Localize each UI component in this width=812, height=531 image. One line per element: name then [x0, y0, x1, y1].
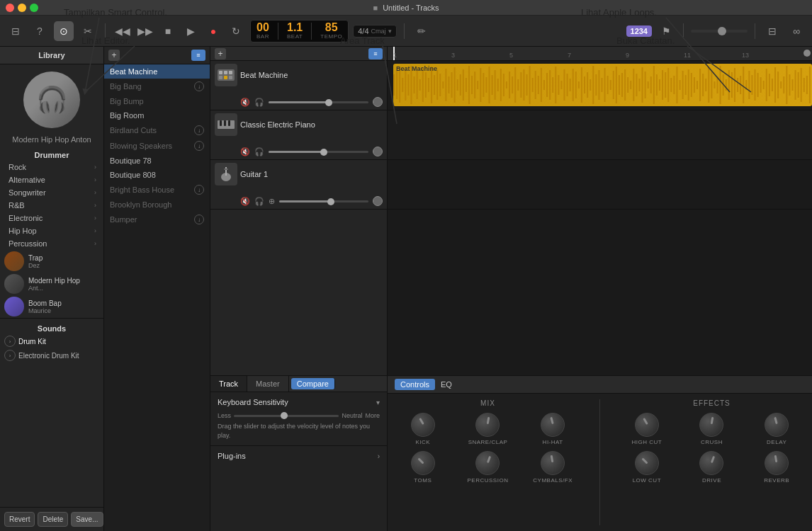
sound-row-brooklynborough[interactable]: Brooklyn Borough	[104, 198, 210, 212]
beat-machine-icon	[216, 65, 236, 85]
scissors-button[interactable]: ✂	[78, 21, 98, 41]
playhead-marker[interactable]	[803, 50, 811, 57]
volume-slider-guitar1[interactable]	[279, 200, 368, 202]
mute-icon-classicpiano[interactable]: 🔇	[240, 147, 250, 156]
save-button[interactable]: Save...	[71, 512, 103, 527]
volume-slider-beatmachine[interactable]	[269, 101, 368, 103]
notepad-button[interactable]: ⊟	[762, 21, 782, 41]
category-item-rb[interactable]: R&B›	[0, 199, 103, 212]
stop-button[interactable]: ■	[158, 21, 178, 41]
category-item-alternative[interactable]: Alternative›	[0, 173, 103, 186]
knob-highcut[interactable]	[635, 413, 659, 437]
ks-chevron[interactable]: ▾	[376, 399, 380, 406]
sound-row-blowingspeakers[interactable]: Blowing Speakers ↓	[104, 138, 210, 154]
track-list-area: + ≡	[210, 47, 812, 375]
speaker-button[interactable]: ⊟	[6, 21, 26, 41]
download-icon-birdlandcuts[interactable]: ↓	[194, 125, 204, 135]
drummer-item-modernhiphop[interactable]: Modern Hip Hop Ant...	[0, 273, 103, 295]
count-in-button[interactable]: 1234	[626, 25, 652, 37]
add-track-button[interactable]: +	[108, 50, 120, 61]
knob-toms[interactable]	[411, 451, 435, 475]
pan-knob-classicpiano[interactable]	[373, 147, 383, 156]
sound-item-electronicdrumkit[interactable]: › Electronic Drum Kit	[0, 348, 103, 362]
help-button[interactable]: ?	[30, 21, 50, 41]
record-button[interactable]: ●	[203, 21, 223, 41]
add-track-button-2[interactable]: +	[215, 48, 226, 59]
sound-row-brightbasshouse[interactable]: Bright Bass House ↓	[104, 182, 210, 198]
delete-button[interactable]: Delete	[38, 512, 68, 527]
download-icon-bigbang[interactable]: ↓	[194, 81, 204, 91]
knob-cymbalsfx[interactable]	[541, 451, 565, 475]
knob-crush[interactable]	[699, 413, 723, 437]
track-name-classicpiano: Classic Electric Piano	[240, 120, 315, 129]
revert-button[interactable]: Revert	[4, 512, 35, 527]
knob-reverb[interactable]	[765, 451, 789, 475]
svg-rect-75	[555, 67, 556, 103]
tab-compare[interactable]: Compare	[291, 378, 335, 389]
headphone-icon-guitar1[interactable]: 🎧	[254, 197, 264, 206]
download-icon-blowingspeakers[interactable]: ↓	[194, 141, 204, 151]
pencil-button[interactable]: ✏	[412, 21, 432, 41]
headphone-icon-classicpiano[interactable]: 🎧	[254, 147, 264, 156]
beat-machine-region[interactable]: Beat Machine // This is a static SVG, no…	[393, 64, 812, 106]
download-icon-bumper[interactable]: ↓	[194, 215, 204, 224]
knob-kick[interactable]	[411, 413, 435, 437]
sound-row-birdlandcuts[interactable]: Birdland Cuts ↓	[104, 122, 210, 138]
category-item-electronic[interactable]: Electronic›	[0, 212, 103, 224]
tab-master[interactable]: Master	[247, 376, 289, 392]
category-item-percussion[interactable]: Percussion›	[0, 237, 103, 250]
metronome-button[interactable]: ⚑	[656, 21, 676, 41]
category-item-rock[interactable]: Rock›	[0, 161, 103, 173]
knob-drive[interactable]	[699, 451, 723, 475]
controls-tab[interactable]: Controls	[395, 379, 435, 390]
sound-item-drumkit[interactable]: › Drum Kit	[0, 334, 103, 348]
svg-rect-133	[723, 74, 724, 96]
mute-icon-beatmachine[interactable]: 🔇	[240, 98, 250, 107]
rewind-button[interactable]: ◀◀	[113, 21, 132, 41]
sound-row-bigroom[interactable]: Big Room	[104, 108, 210, 122]
pan-knob-beatmachine[interactable]	[373, 97, 383, 107]
close-button[interactable]	[6, 4, 14, 12]
play-button[interactable]: ▶	[181, 21, 201, 41]
sound-row-bumper[interactable]: Bumper ↓	[104, 212, 210, 227]
knob-percussion[interactable]	[475, 451, 500, 475]
ks-slider[interactable]	[234, 415, 339, 417]
knob-item-lowcut: LOW CUT	[617, 451, 677, 484]
volume-fill-classicpiano	[269, 151, 324, 153]
loop-button[interactable]: ↻	[226, 21, 246, 41]
time-signature-button[interactable]: 4/4 Cmaj ▾	[353, 25, 396, 38]
category-item-hiphop[interactable]: Hip Hop›	[0, 224, 103, 237]
svg-rect-152	[777, 72, 779, 98]
sound-row-boutique78[interactable]: Boutique 78	[104, 154, 210, 168]
download-icon-brightbasshouse[interactable]: ↓	[194, 185, 204, 195]
drummer-item-trap[interactable]: Trap Dez	[0, 250, 103, 273]
loops-button[interactable]: ∞	[786, 21, 806, 41]
smart-control-button[interactable]: ⊙	[54, 21, 74, 41]
sound-row-boutique808[interactable]: Boutique 808	[104, 168, 210, 182]
eq-tab[interactable]: EQ	[441, 380, 452, 389]
knob-hihat[interactable]	[541, 413, 565, 437]
volume-slider-classicpiano[interactable]	[269, 151, 368, 153]
knob-snareclap[interactable]	[475, 413, 500, 437]
minimize-button[interactable]	[18, 4, 26, 12]
drummer-item-boombap[interactable]: Boom Bap Maurice	[0, 295, 103, 318]
extra-icon-guitar1[interactable]: ⊕	[269, 197, 275, 206]
plugins-chevron[interactable]: ›	[378, 452, 380, 460]
headphone-icon-beatmachine[interactable]: 🎧	[254, 98, 264, 107]
knob-lowcut[interactable]	[635, 451, 659, 475]
track-filter-button[interactable]: ≡	[368, 48, 383, 59]
knob-delay[interactable]	[765, 413, 789, 437]
fast-forward-button[interactable]: ▶▶	[135, 21, 155, 41]
sound-row-bigbump[interactable]: Big Bump	[104, 94, 210, 108]
mute-icon-guitar1[interactable]: 🔇	[240, 197, 250, 206]
filter-button[interactable]: ≡	[191, 50, 205, 61]
sound-row-beatmachine[interactable]: Beat Machine	[104, 64, 210, 79]
svg-rect-6	[219, 71, 222, 74]
knob-item-crush: CRUSH	[682, 413, 742, 445]
maximize-button[interactable]	[30, 4, 38, 12]
tab-track[interactable]: Track	[210, 376, 247, 392]
master-volume-slider[interactable]	[691, 30, 748, 33]
pan-knob-guitar1[interactable]	[373, 196, 383, 206]
sound-row-bigbang[interactable]: Big Bang ↓	[104, 79, 210, 94]
category-item-songwriter[interactable]: Songwriter›	[0, 186, 103, 199]
